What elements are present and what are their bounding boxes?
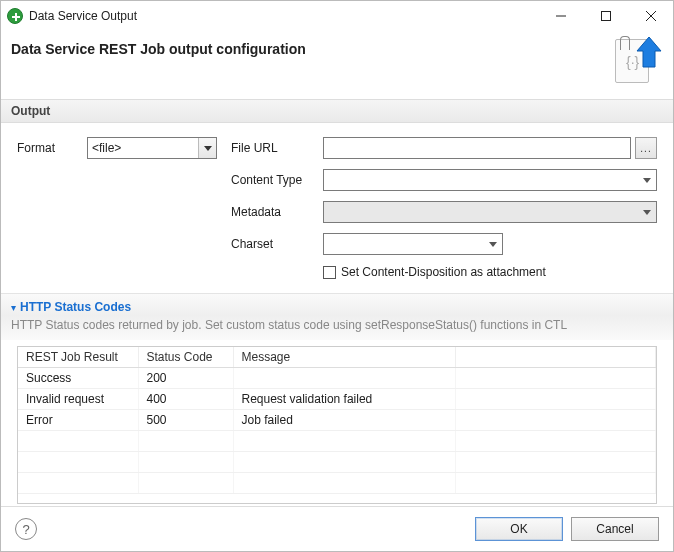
dialog-window: Data Service Output Data Service REST Jo… xyxy=(0,0,674,552)
file-url-input[interactable] xyxy=(323,137,631,159)
http-status-codes-description: HTTP Status codes returned by job. Set c… xyxy=(1,316,673,340)
format-value: <file> xyxy=(88,141,198,155)
content-type-label: Content Type xyxy=(231,173,323,187)
col-message[interactable]: Message xyxy=(233,347,456,368)
table-row[interactable]: Success 200 xyxy=(18,368,656,389)
cell-code: 400 xyxy=(138,389,233,410)
chevron-down-icon: ▾ xyxy=(11,302,16,313)
upload-arrow-icon xyxy=(635,37,663,69)
col-blank xyxy=(456,347,656,368)
dialog-header: Data Service REST Job output configurati… xyxy=(1,31,673,99)
help-icon: ? xyxy=(22,522,29,537)
attachment-checkbox-label: Set Content-Disposition as attachment xyxy=(341,265,546,279)
charset-label: Charset xyxy=(231,237,323,251)
col-result[interactable]: REST Job Result xyxy=(18,347,138,368)
svg-rect-1 xyxy=(601,12,610,21)
cell-code: 200 xyxy=(138,368,233,389)
chevron-down-icon xyxy=(638,170,656,190)
cell-result: Success xyxy=(18,368,138,389)
ok-button-label: OK xyxy=(510,522,527,536)
close-button[interactable] xyxy=(628,1,673,31)
col-code[interactable]: Status Code xyxy=(138,347,233,368)
cell-message: Request validation failed xyxy=(233,389,456,410)
table-header-row: REST Job Result Status Code Message xyxy=(18,347,656,368)
window-title: Data Service Output xyxy=(29,9,538,23)
cell-message: Job failed xyxy=(233,410,456,431)
maximize-button[interactable] xyxy=(583,1,628,31)
attachment-checkbox[interactable]: Set Content-Disposition as attachment xyxy=(323,265,546,279)
help-button[interactable]: ? xyxy=(15,518,37,540)
table-row[interactable] xyxy=(18,452,656,473)
chevron-down-icon xyxy=(484,234,502,254)
chevron-down-icon xyxy=(638,202,656,222)
table-row[interactable] xyxy=(18,431,656,452)
file-url-label: File URL xyxy=(231,141,323,155)
svg-marker-6 xyxy=(643,178,651,183)
cell-code: 500 xyxy=(138,410,233,431)
chevron-down-icon xyxy=(198,138,216,158)
form-area: Format <file> File URL ... Content Type xyxy=(1,123,673,293)
close-icon xyxy=(646,11,656,21)
table-row[interactable] xyxy=(18,473,656,494)
svg-marker-7 xyxy=(643,210,651,215)
browse-button[interactable]: ... xyxy=(635,137,657,159)
table-row[interactable]: Error 500 Job failed xyxy=(18,410,656,431)
maximize-icon xyxy=(601,11,611,21)
svg-marker-4 xyxy=(637,37,661,67)
app-icon xyxy=(7,8,23,24)
cancel-button-label: Cancel xyxy=(596,522,633,536)
http-status-codes-expander[interactable]: ▾ HTTP Status Codes xyxy=(1,293,673,316)
charset-dropdown[interactable] xyxy=(323,233,503,255)
titlebar: Data Service Output xyxy=(1,1,673,31)
ellipsis-icon: ... xyxy=(640,143,651,154)
svg-marker-8 xyxy=(489,242,497,247)
header-graphic: {·} xyxy=(615,37,659,85)
http-status-codes-title: HTTP Status Codes xyxy=(20,300,131,314)
minimize-icon xyxy=(556,11,566,21)
table-row[interactable]: Invalid request 400 Request validation f… xyxy=(18,389,656,410)
cell-result: Error xyxy=(18,410,138,431)
cancel-button[interactable]: Cancel xyxy=(571,517,659,541)
format-label: Format xyxy=(17,141,87,155)
minimize-button[interactable] xyxy=(538,1,583,31)
svg-marker-5 xyxy=(204,146,212,151)
metadata-label: Metadata xyxy=(231,205,323,219)
metadata-dropdown[interactable] xyxy=(323,201,657,223)
ok-button[interactable]: OK xyxy=(475,517,563,541)
format-dropdown[interactable]: <file> xyxy=(87,137,217,159)
cell-message xyxy=(233,368,456,389)
checkbox-icon xyxy=(323,266,336,279)
dialog-footer: ? OK Cancel xyxy=(1,506,673,551)
dialog-title: Data Service REST Job output configurati… xyxy=(11,37,615,57)
section-output-header: Output xyxy=(1,99,673,123)
cell-result: Invalid request xyxy=(18,389,138,410)
content-type-dropdown[interactable] xyxy=(323,169,657,191)
status-codes-table: REST Job Result Status Code Message Succ… xyxy=(17,346,657,504)
